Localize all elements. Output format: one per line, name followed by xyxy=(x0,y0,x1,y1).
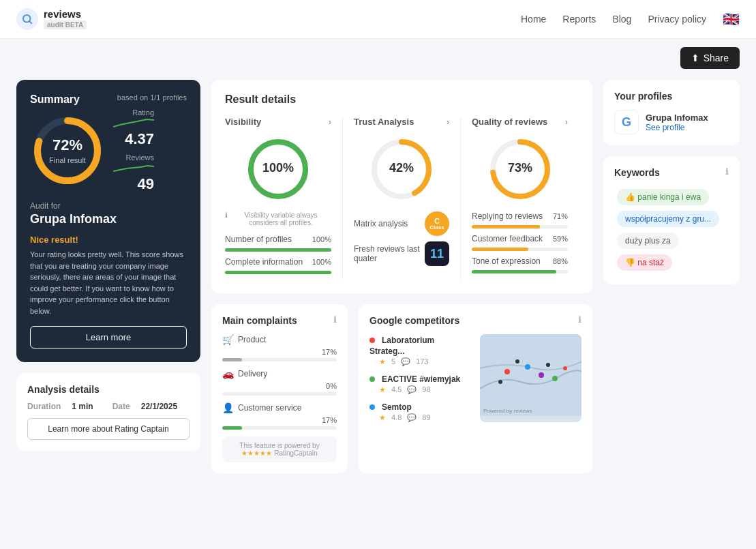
competitor-2-stats: ★ 4.8 💬 89 xyxy=(379,413,472,422)
competitor-2-name: Semtop xyxy=(369,401,472,412)
learn-more-button[interactable]: Learn more xyxy=(30,326,187,348)
keyword-tag-3[interactable]: 👎 na staż xyxy=(617,254,672,271)
donut-container: 72% Final result xyxy=(30,113,105,188)
profile-item: G Grupa Infomax See profile xyxy=(614,110,729,134)
class-badge: C Class xyxy=(425,211,449,236)
star-icon-0: ★ xyxy=(379,357,386,366)
result-title: Result details xyxy=(225,93,579,106)
review-icon-1: 💬 xyxy=(407,385,417,394)
svg-point-17 xyxy=(515,359,519,363)
logo-main: reviews xyxy=(44,9,87,20)
profiles-card: Your profiles G Grupa Infomax See profil… xyxy=(603,80,740,145)
visibility-circle-wrapper: 100% xyxy=(225,135,331,203)
rating-captain-button[interactable]: Learn more about Rating Captain xyxy=(27,418,190,440)
reply-metric-row: Replying to reviews 71% xyxy=(472,211,568,221)
share-button[interactable]: ⬆ Share xyxy=(680,47,740,69)
profile-link[interactable]: See profile xyxy=(646,123,708,132)
nav-reports[interactable]: Reports xyxy=(562,14,596,25)
keyword-tag-1[interactable]: współpracujemy z gru... xyxy=(617,211,719,227)
svg-text:73%: 73% xyxy=(507,161,532,175)
complete-metric-row: Complete information 100% xyxy=(225,257,331,267)
visibility-note: ℹ Visibility variable always considers a… xyxy=(225,211,331,226)
main-content: Summary based on 1/1 profiles 72% Final … xyxy=(0,69,756,484)
fresh-badge: 11 xyxy=(425,241,449,266)
rating-label: Rating xyxy=(132,108,154,117)
quality-chevron[interactable]: › xyxy=(565,117,568,127)
competitors-title: Google competitors ℹ xyxy=(369,315,581,326)
keywords-info-icon[interactable]: ℹ xyxy=(725,167,729,178)
final-label: Final result xyxy=(49,156,86,164)
complaints-info-icon[interactable]: ℹ xyxy=(333,315,337,326)
service-icon: 👤 xyxy=(222,402,234,413)
delivery-icon: 🚗 xyxy=(222,368,234,379)
complaint-service-label: 👤 Customer service xyxy=(222,402,337,413)
competitor-0: Laboratorium Strateg... ★ 5 💬 173 xyxy=(369,334,472,366)
svg-text:100%: 100% xyxy=(262,161,294,175)
analysis-card: Analysis details Duration 1 min Date 22/… xyxy=(16,373,200,451)
duration-value: 1 min xyxy=(72,402,93,411)
keywords-title: Keywords ℹ xyxy=(614,167,729,178)
quality-section: Quality of reviews › 73% Replying to rev… xyxy=(461,117,579,280)
trust-title: Trust Analysis › xyxy=(354,117,449,127)
competitor-1-name: EACTIVE #wiemyjak xyxy=(369,373,472,384)
rating-metric: Rating 4.37 xyxy=(113,108,154,148)
quality-metrics: Replying to reviews 71% Customer feedbac… xyxy=(472,211,568,273)
visibility-metrics: Number of profiles 100% Complete informa… xyxy=(225,235,331,274)
competitor-2-dot xyxy=(369,404,375,410)
profiles-title: Your profiles xyxy=(614,91,729,102)
share-label: Share xyxy=(704,53,729,63)
svg-point-20 xyxy=(552,376,558,381)
competitors-content: Laboratorium Strateg... ★ 5 💬 173 xyxy=(369,334,581,422)
reviews-value: 49 xyxy=(138,175,154,193)
delivery-progress xyxy=(222,392,337,396)
competitor-0-name: Laboratorium Strateg... xyxy=(369,334,472,356)
complete-progress xyxy=(225,271,331,274)
nav-privacy[interactable]: Privacy policy xyxy=(648,14,706,25)
star-icon-2: ★ xyxy=(379,413,386,422)
mid-bottom: Main complaints ℹ 🛒 Product 17% 🚗 xyxy=(211,304,592,473)
quality-title: Quality of reviews › xyxy=(472,117,568,127)
svg-point-16 xyxy=(539,372,544,378)
complaint-service: 👤 Customer service 17% xyxy=(222,402,337,430)
competitor-1-dot xyxy=(369,376,375,382)
visibility-chevron[interactable]: › xyxy=(329,117,331,127)
reply-progress xyxy=(472,225,568,228)
svg-point-14 xyxy=(504,369,510,374)
header: reviews audit BETA Home Reports Blog Pri… xyxy=(0,0,756,39)
nice-result: Nice result! xyxy=(30,235,187,245)
keyword-tag-0[interactable]: 👍 panie kinga i ewa xyxy=(617,189,709,205)
left-col: Summary based on 1/1 profiles 72% Final … xyxy=(16,80,200,473)
nav-home[interactable]: Home xyxy=(521,14,546,25)
duration-label: Duration xyxy=(27,402,61,411)
final-pct: 72% xyxy=(49,136,86,154)
keyword-tags: 👍 panie kinga i ewa współpracujemy z gru… xyxy=(614,186,729,273)
complaints-card: Main complaints ℹ 🛒 Product 17% 🚗 xyxy=(211,304,348,473)
complaint-product-pct: 17% xyxy=(222,348,337,356)
svg-point-18 xyxy=(546,363,550,367)
rating-value: 4.37 xyxy=(125,130,154,148)
svg-point-15 xyxy=(525,364,530,370)
review-icon-2: 💬 xyxy=(407,413,417,422)
keyword-tag-2[interactable]: duży plus za xyxy=(617,233,679,249)
audit-for-label: Audit for xyxy=(30,201,187,211)
date-value: 22/1/2025 xyxy=(141,402,177,411)
matrix-row: Matrix analysis C Class xyxy=(354,211,449,236)
star-icon-1: ★ xyxy=(379,385,386,394)
result-text: Your rating looks pretty well. This scor… xyxy=(30,249,187,316)
profile-name: Grupa Infomax xyxy=(646,113,708,123)
logo-sub: audit BETA xyxy=(44,20,87,29)
nav-blog[interactable]: Blog xyxy=(612,14,631,25)
complaint-delivery-pct: 0% xyxy=(222,382,337,390)
summary-card: Summary based on 1/1 profiles 72% Final … xyxy=(16,80,200,362)
audit-name: Grupa Infomax xyxy=(30,212,187,226)
share-icon: ⬆ xyxy=(691,53,699,63)
analysis-row: Duration 1 min Date 22/1/2025 xyxy=(27,402,190,411)
competitor-1: EACTIVE #wiemyjak ★ 4.5 💬 98 xyxy=(369,373,472,394)
competitors-info-icon[interactable]: ℹ xyxy=(578,315,581,326)
nav: Home Reports Blog Privacy policy 🇬🇧 xyxy=(521,11,740,27)
powered-stars: ★★★★★ RatingCaptain xyxy=(228,449,331,457)
trust-chevron[interactable]: › xyxy=(447,117,449,127)
date-label: Date xyxy=(112,402,130,411)
profiles-metric-row: Number of profiles 100% xyxy=(225,235,331,244)
competitor-list: Laboratorium Strateg... ★ 5 💬 173 xyxy=(369,334,472,422)
